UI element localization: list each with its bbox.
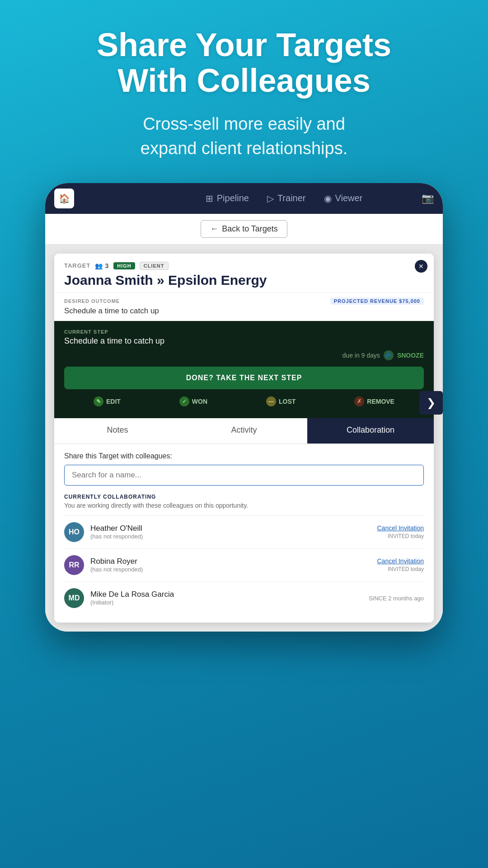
card-header: TARGET 👥 3 HIGH CLIENT Joanna Smith » Ep…	[54, 254, 434, 292]
collaborator-action: Cancel Invitation INVITED today	[377, 557, 424, 573]
camera-icon[interactable]: 📷	[422, 193, 434, 204]
edit-label: EDIT	[106, 398, 121, 405]
current-step-text: Schedule a time to catch up	[64, 336, 424, 346]
hero-subtitle-line2: expand client relationships.	[141, 139, 347, 158]
won-icon: ✓	[179, 396, 189, 406]
share-label: Share this Target with colleagues:	[64, 452, 424, 460]
avatar-initials: RR	[69, 561, 79, 569]
tablet-frame: 🏠 ⊞ Pipeline ▷ Trainer ◉ Viewer 📷	[45, 183, 443, 632]
collaboration-tab-label: Collaboration	[347, 425, 394, 434]
collaborator-name: Robina Royer	[90, 557, 371, 566]
close-icon: ✕	[418, 263, 424, 270]
content-area: TARGET 👥 3 HIGH CLIENT Joanna Smith » Ep…	[45, 245, 443, 632]
hero-title-line2: With Colleagues	[117, 62, 370, 99]
back-bar: ← Back to Targets	[45, 214, 443, 245]
next-step-label: DONE? TAKE THE NEXT STEP	[186, 374, 302, 382]
tab-activity[interactable]: Activity	[181, 418, 307, 443]
activity-tab-label: Activity	[231, 425, 257, 434]
avatar: MD	[64, 588, 84, 608]
tab-pipeline[interactable]: ⊞ Pipeline	[197, 189, 258, 208]
snooze-label: SNOOZE	[397, 352, 424, 359]
tab-trainer[interactable]: ▷ Trainer	[258, 189, 315, 208]
avatar: RR	[64, 555, 84, 575]
close-button[interactable]: ✕	[415, 260, 427, 273]
cancel-invitation-button[interactable]: Cancel Invitation	[377, 524, 424, 532]
current-step-section: CURRENT STEP Schedule a time to catch up…	[54, 321, 434, 418]
currently-collaborating-sublabel: You are working directly with these coll…	[64, 502, 424, 509]
trainer-icon: ▷	[267, 193, 274, 204]
edit-icon: ✎	[94, 396, 103, 406]
tab-bar: Notes Activity Collaboration	[54, 418, 434, 444]
currently-collaborating-label: CURRENTLY COLLABORATING	[64, 494, 424, 500]
client-badge: CLIENT	[140, 262, 169, 270]
lost-icon: —	[266, 396, 276, 406]
invited-label: INVITED today	[388, 566, 424, 572]
won-label: WON	[192, 398, 207, 405]
avatar: HO	[64, 522, 84, 542]
right-chevron-icon: ❯	[427, 396, 436, 409]
cancel-invitation-button[interactable]: Cancel Invitation	[377, 557, 424, 565]
collaborator-name: Heather O'Neill	[90, 524, 371, 533]
hero-section: Share Your Targets With Colleagues Cross…	[61, 0, 427, 174]
snooze-icon: 💤	[384, 350, 394, 360]
won-button[interactable]: ✓ WON	[179, 396, 207, 406]
tab-notes[interactable]: Notes	[54, 418, 181, 443]
target-card: TARGET 👥 3 HIGH CLIENT Joanna Smith » Ep…	[54, 254, 434, 623]
back-to-targets-label: Back to Targets	[222, 224, 278, 234]
pipeline-icon: ⊞	[206, 193, 213, 204]
edit-button[interactable]: ✎ EDIT	[94, 396, 121, 406]
viewer-icon: ◉	[324, 193, 332, 204]
collaborator-action: SINCE 2 months ago	[369, 594, 424, 602]
avatar-initials: HO	[69, 528, 80, 536]
high-badge: HIGH	[113, 262, 135, 269]
hero-title: Share Your Targets With Colleagues	[97, 27, 391, 99]
target-title: Joanna Smith » Epsilon Energy	[64, 273, 424, 288]
hero-subtitle: Cross-sell more easily and expand client…	[97, 112, 391, 160]
desired-outcome-label: DESIRED OUTCOME	[64, 298, 120, 304]
tab-viewer[interactable]: ◉ Viewer	[315, 189, 372, 208]
current-step-label: CURRENT STEP	[64, 329, 424, 335]
action-buttons: ✎ EDIT ✓ WON — LOST ✗ RE	[64, 396, 424, 409]
collaborator-status: (has not responded)	[90, 566, 371, 573]
invited-label: INVITED today	[388, 533, 424, 539]
remove-icon: ✗	[354, 396, 364, 406]
collab-count-value: 3	[105, 262, 109, 269]
collaborator-status: (Initiator)	[90, 599, 362, 606]
search-colleague-input[interactable]	[64, 465, 424, 486]
next-arrow[interactable]: ❯	[419, 391, 443, 415]
lost-label: LOST	[279, 398, 296, 405]
collaborator-count: 👥 3	[95, 262, 109, 269]
notes-tab-label: Notes	[107, 425, 128, 434]
avatar-initials: MD	[69, 594, 80, 602]
tablet-wrapper: ❮ 🏠 ⊞ Pipeline ▷ Trainer ◉ Viewer 📷	[45, 174, 443, 632]
remove-button[interactable]: ✗ REMOVE	[354, 396, 394, 406]
collaborator-action: Cancel Invitation INVITED today	[377, 524, 424, 540]
since-label: SINCE 2 months ago	[369, 595, 424, 602]
due-label: due in 9 days	[343, 352, 380, 359]
projected-revenue-badge: PROJECTED REVENUE $75,000	[330, 297, 424, 305]
app-logo: 🏠	[54, 189, 74, 208]
pipeline-label: Pipeline	[217, 193, 249, 203]
back-to-targets-button[interactable]: ← Back to Targets	[201, 220, 287, 238]
hero-subtitle-line1: Cross-sell more easily and	[143, 114, 345, 133]
nav-tabs: ⊞ Pipeline ▷ Trainer ◉ Viewer	[146, 189, 422, 208]
collaborator-item: HO Heather O'Neill (has not responded) C…	[64, 515, 424, 548]
next-step-button[interactable]: DONE? TAKE THE NEXT STEP	[64, 367, 424, 389]
collaborator-status: (has not responded)	[90, 533, 371, 540]
remove-label: REMOVE	[367, 398, 394, 405]
hero-title-line1: Share Your Targets	[97, 27, 391, 63]
collaborator-info: Mike De La Rosa Garcia (Initiator)	[90, 590, 362, 606]
lost-button[interactable]: — LOST	[266, 396, 296, 406]
trainer-label: Trainer	[277, 193, 306, 203]
viewer-label: Viewer	[335, 193, 363, 203]
collaborator-item: RR Robina Royer (has not responded) Canc…	[64, 548, 424, 581]
collaborator-name: Mike De La Rosa Garcia	[90, 590, 362, 599]
target-label: TARGET	[64, 262, 90, 269]
collaboration-content: Share this Target with colleagues: CURRE…	[54, 444, 434, 623]
target-label-row: TARGET 👥 3 HIGH CLIENT	[64, 262, 424, 270]
collaborator-list: HO Heather O'Neill (has not responded) C…	[64, 515, 424, 614]
nav-bar: 🏠 ⊞ Pipeline ▷ Trainer ◉ Viewer 📷	[45, 183, 443, 214]
collaborator-info: Heather O'Neill (has not responded)	[90, 524, 371, 540]
collaborator-item: MD Mike De La Rosa Garcia (Initiator) SI…	[64, 581, 424, 614]
tab-collaboration[interactable]: Collaboration	[307, 418, 434, 443]
